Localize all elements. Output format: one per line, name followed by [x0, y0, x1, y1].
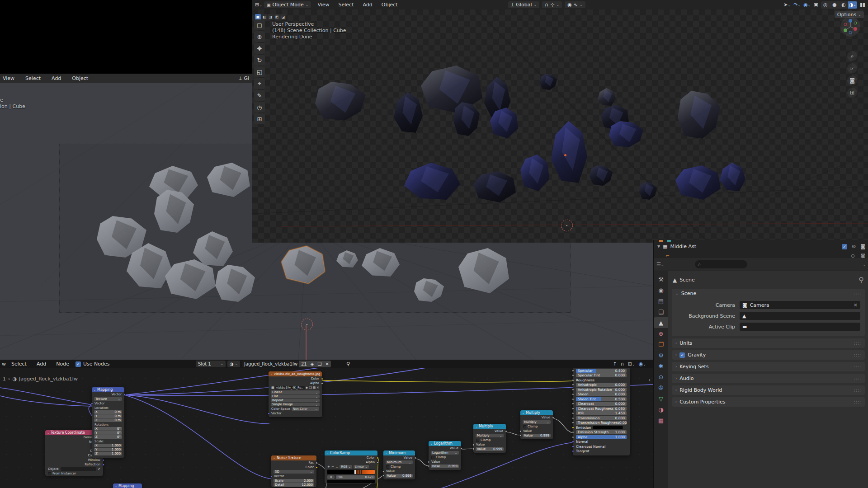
image-texture-node[interactable]: ⌄vlzkba1fw_4K_Roughness.jpg ColorAlpha ▦… [269, 371, 322, 417]
viewport-tool-button[interactable]: ⌖ [254, 78, 265, 89]
pause-render-button[interactable]: ▮▮ [860, 2, 865, 8]
principled-input-row[interactable]: Specular Tint 0.000 [573, 373, 630, 378]
orientation-label-partial[interactable]: Gl [244, 75, 249, 81]
hide-eye-icon[interactable]: ⊙ [852, 244, 856, 249]
rock-object[interactable] [678, 91, 720, 139]
selected-rock-object[interactable] [282, 246, 325, 283]
zoom-icon[interactable]: ⌕ [847, 51, 857, 61]
properties-tab[interactable]: ▩ [654, 415, 668, 426]
material-browse-dropdown[interactable]: ◑⌄ [227, 361, 240, 367]
ortho-grid-icon[interactable]: ⊞ [847, 88, 857, 98]
rock-object[interactable] [473, 171, 516, 202]
properties-tab[interactable]: ◉ [654, 285, 668, 296]
properties-tab[interactable]: ❐ [654, 339, 668, 350]
menu-select[interactable]: Select [11, 361, 27, 367]
fake-user-shield-icon[interactable]: ◈ [306, 386, 308, 389]
rock-object[interactable] [394, 92, 423, 133]
mode-selector[interactable]: ▣ Object Mode⌄ [264, 1, 311, 8]
principled-input-row[interactable]: Transmission Roughness 0.000 [573, 421, 630, 426]
multiply-node-1[interactable]: ⌄Multiply Value Multiply⌄ Clamp Value Va… [473, 424, 506, 453]
rock-object[interactable] [540, 74, 557, 90]
menu-add[interactable]: Add [52, 75, 61, 81]
stop-position-field[interactable]: Pos0.623 [336, 475, 375, 479]
properties-tab[interactable]: ◑ [654, 404, 668, 415]
unlink-material-icon[interactable]: ✕ [323, 361, 330, 367]
select-subtract-button[interactable]: ◨ [268, 14, 274, 20]
xray-toggle[interactable]: ▣ [813, 2, 818, 8]
custom-properties-panel[interactable]: ›Custom Properties:::: [672, 397, 865, 407]
use-nodes-checkbox[interactable]: ✓ [75, 361, 81, 367]
rock-object[interactable] [362, 248, 400, 277]
viewport-tool-button[interactable]: ⊞ [254, 113, 265, 124]
overlays-toggle[interactable]: ◉⌄ [803, 2, 811, 8]
material-name-field[interactable]: Jagged_Rock_vlzkba1fw [242, 361, 299, 367]
clamp-checkbox[interactable] [523, 425, 526, 428]
rock-object[interactable] [207, 163, 250, 197]
rock-object[interactable] [609, 121, 643, 147]
search-input[interactable]: ⌕ [695, 260, 747, 268]
properties-tab[interactable]: ▤ [654, 296, 668, 306]
rock-object[interactable] [598, 88, 616, 106]
viewport-tool-button[interactable]: ◷ [254, 102, 265, 113]
axis-navigation-gizmo[interactable] [840, 17, 860, 37]
material-user-count[interactable]: 21 [299, 361, 309, 367]
viewport-tool-button[interactable]: ▢ [254, 19, 265, 30]
principled-input-row[interactable]: Alpha 1.000 [573, 435, 630, 440]
outliner[interactable]: ▼ ▦ Middle Ast ✓ ⊙ ◙ ⌐ ⊙◙ [654, 240, 868, 258]
principled-input-row[interactable]: Emission [573, 425, 630, 430]
disclosure-triangle-icon[interactable]: ▼ [657, 244, 660, 249]
editor-type-icon[interactable]: ☰⌄ [656, 262, 664, 267]
colorramp-node[interactable]: ⌄ColorRamp ColorAlpha + − ⌄ RGB ⌄ Linear… [325, 450, 377, 483]
principled-input-row[interactable]: Anisotropic 0.000 [573, 383, 630, 388]
viewport-tool-button[interactable]: ✎ [254, 90, 265, 101]
logarithm-node[interactable]: ⌄Logarithm Value Logarithm⌄ Clamp Value … [429, 441, 461, 470]
clear-x-icon[interactable]: ✕ [854, 302, 858, 308]
render-view[interactable]: ▣◧◨◩◪ Options⌄ User Perspective (148) Sc… [252, 9, 868, 243]
shading-solid-button[interactable]: ● [830, 1, 839, 9]
rock-object[interactable] [404, 163, 460, 200]
proportional-edit-toggle[interactable]: ◉ ∿⌄ [565, 1, 585, 8]
menu-view[interactable]: View [317, 2, 329, 8]
principled-input-row[interactable]: Tangent [573, 449, 630, 454]
rock-object[interactable] [520, 155, 549, 191]
audio-panel[interactable]: ›Audio:::: [672, 374, 865, 383]
clamp-checkbox[interactable] [431, 456, 434, 459]
rock-object[interactable] [720, 163, 745, 191]
pan-hand-icon[interactable]: ☞ [847, 63, 857, 73]
slot-selector[interactable]: Slot 1⌄ [196, 361, 226, 367]
rock-object[interactable] [215, 265, 255, 302]
principled-bsdf-node[interactable]: Specular 0.400 Specular Tint 0.000 [573, 368, 630, 455]
rock-object[interactable] [639, 182, 657, 200]
gizmos-toggle[interactable]: ↷⌄ [793, 2, 801, 8]
menu-view-partial[interactable]: w [2, 361, 6, 367]
menu-select[interactable]: Select [339, 2, 354, 8]
copy-material-icon[interactable]: ❏ [316, 361, 323, 367]
viewport-tool-button[interactable]: ◱ [254, 66, 265, 77]
minimum-node[interactable]: ⌄Minimum Value Minimum⌄ Clamp Value Valu… [383, 450, 415, 479]
principled-input-row[interactable]: IOR 1.450 [573, 411, 630, 416]
eyedropper-icon[interactable]: ✐ [98, 467, 100, 471]
multiply-node-2[interactable]: ⌄Multiply Value Multiply⌄ Clamp Value Va… [520, 410, 553, 439]
scene-panel-header[interactable]: ⌄Scene:::: [672, 289, 865, 298]
ramp-options-dropdown[interactable]: ⌄ [335, 465, 339, 469]
properties-tab[interactable]: ▽ [654, 393, 668, 404]
fake-user-shield-icon[interactable]: ◈ [309, 361, 316, 367]
collection-name[interactable]: Middle Ast [670, 244, 696, 249]
rock-object[interactable] [590, 165, 613, 186]
viewport-tool-button[interactable]: ↻ [254, 55, 265, 66]
principled-input-row[interactable]: Emission Strength 1.000 [573, 430, 630, 435]
clamp-checkbox[interactable] [386, 465, 389, 469]
unlink-icon[interactable]: ✕ [316, 386, 319, 389]
camera-view-icon[interactable]: ◙ [847, 75, 857, 85]
camera-visibility-icon[interactable]: ◙ [860, 244, 865, 249]
transform-orientation[interactable]: ⟂ Global⌄ [508, 1, 539, 8]
pin-icon[interactable]: ⚲ [859, 276, 864, 284]
rock-object[interactable] [458, 248, 509, 293]
rock-object[interactable] [336, 250, 358, 267]
menu-object[interactable]: Object [72, 75, 88, 81]
viewport-tool-button[interactable]: ✥ [254, 43, 265, 54]
principled-input-row[interactable]: Specular 0.400 [573, 368, 630, 373]
remove-stop-button[interactable]: − [331, 465, 334, 469]
collection-checkbox[interactable]: ✓ [842, 244, 847, 249]
snap-toggle[interactable]: ∩ ⊹⌄ [542, 1, 562, 8]
